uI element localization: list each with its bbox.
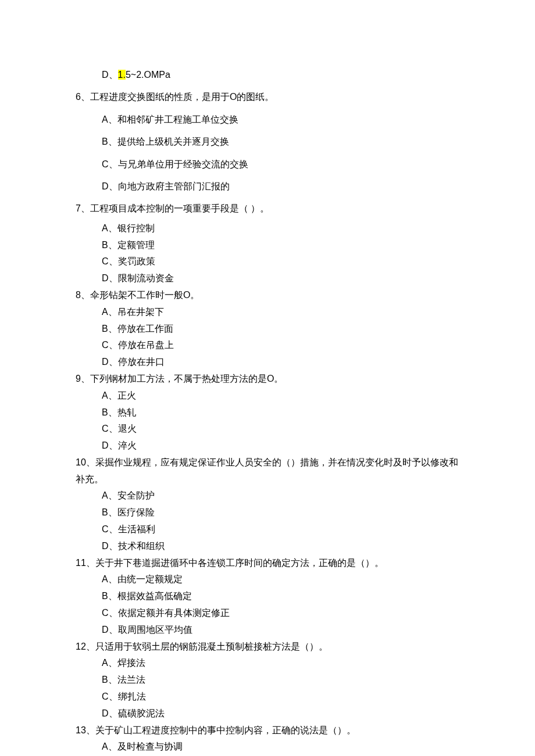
- document-page: D、1.5~2.OMPa 6、工程进度交换图纸的性质，是用于O的图纸。 A、和相…: [0, 0, 535, 756]
- q9-option-a: A、正火: [76, 388, 459, 404]
- q13-stem: 13、关于矿山工程进度控制中的事中控制内容，正确的说法是（）。: [76, 722, 459, 739]
- q11-option-d: D、取周围地区平均值: [76, 622, 459, 639]
- q8-option-c: C、停放在吊盘上: [76, 337, 459, 354]
- q10-option-d: D、技术和组织: [76, 538, 459, 555]
- q7-option-c: C、奖罚政策: [76, 253, 459, 270]
- q13-option-a: A、及时检查与协调: [76, 739, 459, 755]
- q8-option-b: B、停放在工作面: [76, 321, 459, 338]
- q6-option-c: C、与兄弟单位用于经验交流的交换: [76, 153, 459, 175]
- q5-optD-prefix: D、: [102, 70, 118, 80]
- q9-stem: 9、下列钢材加工方法，不属于热处理方法的是O。: [76, 371, 459, 388]
- q9-option-d: D、淬火: [76, 438, 459, 454]
- q10-stem: 10、采掘作业规程，应有规定保证作业人员安全的（）措施，并在情况变化时及时予以修…: [76, 454, 459, 488]
- q12-option-b: B、法兰法: [76, 672, 459, 689]
- q6-option-b: B、提供给上级机关并逐月交换: [76, 131, 459, 153]
- q5-optD-rest: 5~2.OMPa: [126, 70, 170, 80]
- q10-option-c: C、生活福利: [76, 521, 459, 538]
- q9-option-b: B、热轧: [76, 404, 459, 421]
- q7-option-b: B、定额管理: [76, 237, 459, 254]
- q12-option-d: D、硫磺胶泥法: [76, 705, 459, 722]
- q11-option-c: C、依据定额并有具体测定修正: [76, 605, 459, 622]
- q9-option-c: C、退火: [76, 421, 459, 438]
- q12-option-c: C、绑扎法: [76, 689, 459, 705]
- q8-option-d: D、停放在井口: [76, 354, 459, 371]
- q11-option-b: B、根据效益高低确定: [76, 588, 459, 605]
- q6-option-a: A、和相邻矿井工程施工单位交换: [76, 109, 459, 131]
- q8-option-a: A、吊在井架下: [76, 304, 459, 321]
- q6-stem: 6、工程进度交换图纸的性质，是用于O的图纸。: [76, 86, 459, 108]
- q6-option-d: D、向地方政府主管部门汇报的: [76, 175, 459, 198]
- q12-stem: 12、只适用于软弱土层的钢筋混凝土预制桩接桩方法是（）。: [76, 639, 459, 655]
- q5-optD-highlight: 1.: [118, 70, 126, 80]
- q11-option-a: A、由统一定额规定: [76, 571, 459, 588]
- q7-option-a: A、银行控制: [76, 220, 459, 237]
- q5-option-d: D、1.5~2.OMPa: [76, 64, 459, 86]
- q8-stem: 8、伞形钻架不工作时一般O。: [76, 287, 459, 304]
- q10-option-b: B、医疗保险: [76, 504, 459, 521]
- q7-option-d: D、限制流动资金: [76, 270, 459, 287]
- q11-stem: 11、关于井下巷道掘进循环中各连锁工序时间的确定方法，正确的是（）。: [76, 555, 459, 572]
- q7-stem: 7、工程项目成本控制的一项重要手段是（ ）。: [76, 198, 459, 220]
- q10-option-a: A、安全防护: [76, 488, 459, 504]
- q12-option-a: A、焊接法: [76, 655, 459, 672]
